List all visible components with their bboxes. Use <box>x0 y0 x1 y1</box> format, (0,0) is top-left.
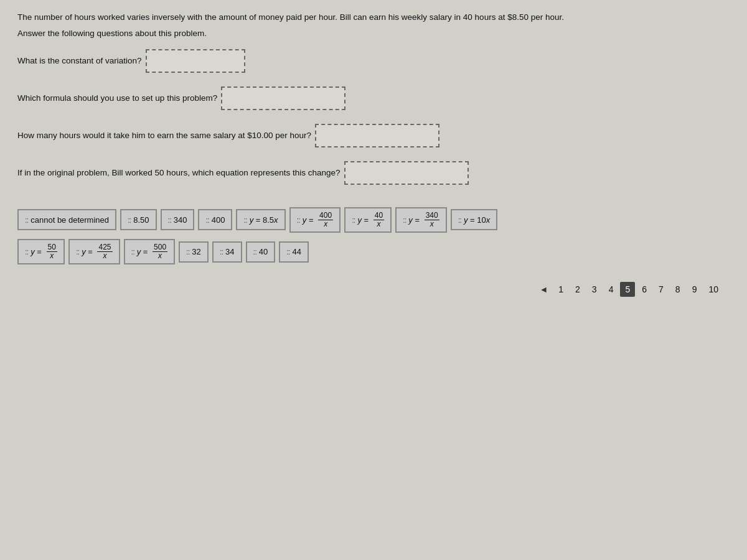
answer-box-2[interactable] <box>221 86 345 110</box>
question-2-label: Which formula should you use to set up t… <box>17 93 217 103</box>
problem-description: The number of hours worked varies invers… <box>17 11 730 40</box>
fraction-400-x: 400 x <box>318 212 333 228</box>
drag-item-y-eq-8.5x[interactable]: :: y = 8.5x <box>236 209 285 230</box>
drag-item-32[interactable]: :: 32 <box>179 241 209 263</box>
main-container: The number of hours worked varies invers… <box>0 0 747 560</box>
fraction-denominator: x <box>375 220 382 228</box>
drag-handle: :: <box>220 247 223 256</box>
drag-handle: :: <box>128 215 131 225</box>
question-4-row: If in the original problem, Bill worked … <box>17 161 730 185</box>
drag-handle: :: <box>352 215 355 225</box>
drag-handle: :: <box>243 215 247 225</box>
answer-box-4[interactable] <box>344 161 469 185</box>
drag-label-340: 340 <box>174 215 187 225</box>
drag-label-cannot-be-determined: cannot be determined <box>31 215 109 225</box>
drag-label-y-eq-500-over-x: y = <box>137 247 150 256</box>
drag-label-40: 40 <box>259 247 268 256</box>
drag-label-8-50: 8.50 <box>133 215 149 225</box>
drag-item-y-eq-50-over-x[interactable]: :: y = 50 x <box>17 239 65 264</box>
fraction-numerator: 40 <box>374 212 384 220</box>
drag-handle: :: <box>131 247 134 256</box>
answer-box-3[interactable] <box>315 124 439 147</box>
question-4-label: If in the original problem, Bill worked … <box>17 168 341 177</box>
drag-item-44[interactable]: :: 44 <box>279 241 309 263</box>
fraction-denominator: x <box>429 220 435 228</box>
drag-item-y-eq-400-over-x[interactable]: :: y = 400 x <box>289 207 341 233</box>
question-3-row: How many hours would it take him to earn… <box>17 124 730 147</box>
pagination: ◄ 1 2 3 4 5 6 7 8 9 10 <box>17 282 730 297</box>
page-button-8[interactable]: 8 <box>670 282 685 297</box>
drag-label-y-eq-40-over-x: y = <box>357 215 370 225</box>
drag-item-y-eq-425-over-x[interactable]: :: y = 425 x <box>68 239 120 264</box>
drag-label-44: 44 <box>292 247 301 256</box>
question-2-row: Which formula should you use to set up t… <box>17 86 730 110</box>
page-button-6[interactable]: 6 <box>637 282 652 297</box>
drag-area: :: cannot be determined :: 8.50 :: 340 :… <box>17 201 730 265</box>
fraction-numerator: 50 <box>47 243 57 252</box>
page-button-4[interactable]: 4 <box>604 282 619 297</box>
drag-handle: :: <box>25 247 28 256</box>
drag-handle: :: <box>286 247 289 256</box>
description-line2: Answer the following questions about thi… <box>17 27 730 40</box>
drag-handle: :: <box>168 215 171 225</box>
page-button-3[interactable]: 3 <box>587 282 602 297</box>
drag-handle: :: <box>25 215 28 225</box>
drag-item-cannot-be-determined[interactable]: :: cannot be determined <box>17 209 116 230</box>
drag-item-y-eq-40-over-x[interactable]: :: y = 40 x <box>344 207 392 233</box>
drag-handle: :: <box>253 247 256 256</box>
prev-page-button[interactable]: ◄ <box>535 282 552 297</box>
drag-row-1: :: cannot be determined :: 8.50 :: 340 :… <box>17 207 730 233</box>
fraction-denominator: x <box>102 252 108 260</box>
page-button-7[interactable]: 7 <box>654 282 669 297</box>
fraction-denominator: x <box>157 252 163 260</box>
drag-item-34[interactable]: :: 34 <box>212 241 242 263</box>
drag-handle: :: <box>458 215 461 225</box>
drag-row-2: :: y = 50 x :: y = 425 x :: y = <box>17 239 730 264</box>
page-button-1[interactable]: 1 <box>553 282 568 297</box>
question-1-label: What is the constant of variation? <box>17 56 142 65</box>
drag-item-40[interactable]: :: 40 <box>246 241 276 263</box>
drag-handle: :: <box>76 247 79 256</box>
drag-label-34: 34 <box>225 247 234 256</box>
fraction-500-x: 500 x <box>153 243 167 260</box>
drag-label-32: 32 <box>192 247 200 256</box>
drag-label-y-eq-50-over-x: y = <box>31 247 44 256</box>
fraction-40-x: 40 x <box>374 212 384 228</box>
drag-label-y-eq-425-over-x: y = <box>82 247 95 256</box>
drag-item-y-eq-500-over-x[interactable]: :: y = 500 x <box>124 239 176 264</box>
page-button-5[interactable]: 5 <box>620 282 635 297</box>
answer-box-1[interactable] <box>146 49 245 73</box>
fraction-denominator: x <box>322 220 329 228</box>
page-button-9[interactable]: 9 <box>687 282 702 297</box>
question-3-label: How many hours would it take him to earn… <box>17 131 311 140</box>
fraction-denominator: x <box>49 252 55 260</box>
drag-item-400[interactable]: :: 400 <box>198 209 232 230</box>
drag-item-340[interactable]: :: 340 <box>161 209 195 230</box>
fraction-50-x: 50 x <box>47 243 57 260</box>
drag-handle: :: <box>403 215 406 225</box>
fraction-425-x: 425 x <box>97 243 112 260</box>
drag-label-y-eq-400-over-x: y = <box>303 215 316 225</box>
drag-handle: :: <box>297 215 300 225</box>
drag-handle: :: <box>186 247 189 256</box>
fraction-340-x: 340 x <box>425 212 439 228</box>
page-button-2[interactable]: 2 <box>570 282 585 297</box>
drag-label-y-eq-8.5x: y = 8.5x <box>250 215 278 225</box>
description-line1: The number of hours worked varies invers… <box>17 11 730 24</box>
drag-item-y-eq-340-over-x[interactable]: :: y = 340 x <box>395 207 447 233</box>
question-1-row: What is the constant of variation? <box>17 49 730 73</box>
fraction-numerator: 400 <box>318 212 333 220</box>
drag-item-y-eq-10x[interactable]: :: y = 10x <box>451 209 498 230</box>
fraction-numerator: 500 <box>153 243 167 252</box>
fraction-numerator: 425 <box>97 243 112 252</box>
fraction-numerator: 340 <box>425 212 439 220</box>
page-button-10[interactable]: 10 <box>703 282 723 297</box>
drag-label-400: 400 <box>212 215 225 225</box>
drag-item-8-50[interactable]: :: 8.50 <box>120 209 157 230</box>
drag-label-y-eq-340-over-x: y = <box>408 215 421 225</box>
drag-handle: :: <box>205 215 209 225</box>
drag-label-y-eq-10x: y = 10x <box>464 215 490 225</box>
